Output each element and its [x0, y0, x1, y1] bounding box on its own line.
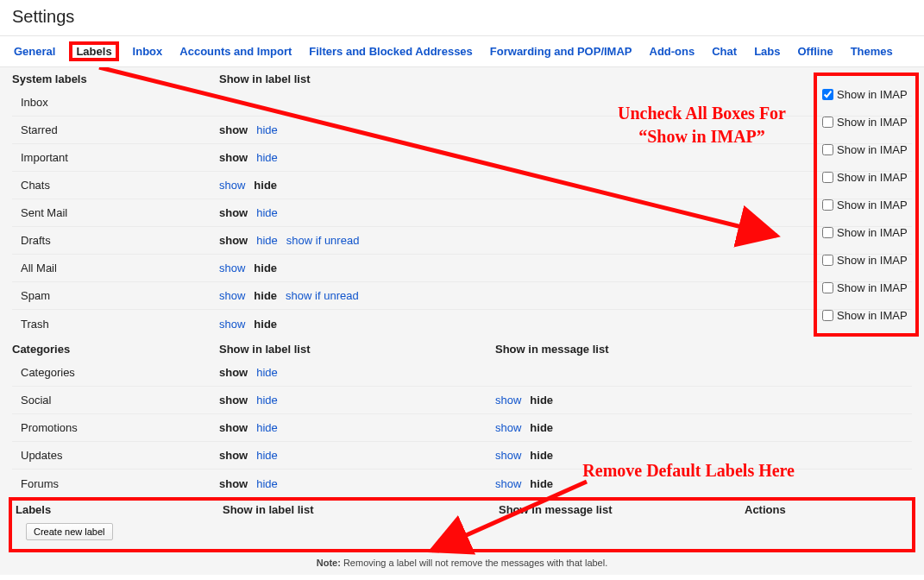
hide-link: hide [254, 179, 277, 192]
system-row: Spamshowhideshow if unread [12, 282, 912, 310]
system-row: Sent Mailshowhide [12, 199, 912, 227]
show-link: show [219, 206, 248, 219]
section-header-labels: Labels Show in label list Show in messag… [16, 501, 908, 520]
show-in-imap-row[interactable]: Show in IMAP [822, 108, 910, 136]
show-in-imap-row[interactable]: Show in IMAP [822, 246, 910, 274]
tab-accounts-and-import[interactable]: Accounts and Import [178, 41, 293, 61]
create-new-label-button[interactable]: Create new label [26, 523, 113, 540]
show-link: show [219, 449, 248, 462]
tab-labs[interactable]: Labs [752, 41, 782, 61]
category-row: Updatesshowhideshowhide [12, 442, 912, 470]
show-in-imap-row[interactable]: Show in IMAP [822, 218, 910, 246]
tab-themes[interactable]: Themes [849, 41, 895, 61]
show-in-imap-label: Show in IMAP [837, 88, 908, 101]
show-in-imap-row[interactable]: Show in IMAP [822, 191, 910, 218]
show-if-unread-link[interactable]: show if unread [286, 234, 360, 247]
show-in-imap-label: Show in IMAP [837, 254, 908, 267]
hide-link[interactable]: hide [256, 421, 278, 434]
note-bold: Note: [317, 558, 341, 568]
header-labels: Labels [16, 503, 223, 516]
hide-link[interactable]: hide [256, 206, 278, 219]
header-labels-show-list: Show in label list [223, 503, 499, 516]
note-text: Removing a label will not remove the mes… [341, 558, 607, 568]
show-link[interactable]: show [219, 289, 245, 302]
show-in-imap-checkbox[interactable] [822, 255, 833, 266]
tab-general[interactable]: General [12, 41, 57, 61]
label-name: All Mail [12, 262, 219, 274]
show-in-imap-row[interactable]: Show in IMAP [822, 80, 910, 108]
hide-link[interactable]: hide [256, 477, 278, 490]
msg-show-link[interactable]: show [495, 421, 521, 434]
labels-section-highlight: Labels Show in label list Show in messag… [9, 497, 915, 552]
system-row: Inbox [12, 89, 912, 117]
msg-show-link[interactable]: show [495, 449, 521, 462]
system-row: Chatsshowhide [12, 172, 912, 199]
tab-inbox[interactable]: Inbox [131, 41, 165, 61]
show-in-imap-checkbox[interactable] [822, 172, 833, 183]
show-in-imap-column: Show in IMAPShow in IMAPShow in IMAPShow… [814, 72, 919, 337]
show-in-imap-checkbox[interactable] [822, 144, 833, 155]
show-in-imap-row[interactable]: Show in IMAP [822, 163, 910, 191]
show-in-imap-checkbox[interactable] [822, 199, 833, 211]
msg-hide-link: hide [530, 421, 553, 434]
show-in-imap-checkbox[interactable] [822, 227, 833, 238]
header-system-labels: System labels [12, 72, 219, 85]
show-link[interactable]: show [219, 318, 245, 331]
show-in-imap-row[interactable]: Show in IMAP [822, 274, 910, 301]
tab-labels[interactable]: Labels [71, 41, 116, 61]
show-link[interactable]: show [219, 262, 245, 274]
tab-forwarding-and-pop-imap[interactable]: Forwarding and POP/IMAP [488, 41, 634, 61]
show-link: show [219, 394, 248, 407]
msg-show-link[interactable]: show [495, 394, 521, 407]
show-in-imap-checkbox[interactable] [822, 310, 833, 321]
tabs-bar: GeneralLabelsInboxAccounts and ImportFil… [0, 35, 924, 67]
tab-filters-and-blocked-addresses[interactable]: Filters and Blocked Addresses [307, 41, 475, 61]
hide-link[interactable]: hide [256, 366, 278, 379]
label-name: Important [12, 151, 219, 164]
hide-link: hide [254, 262, 277, 274]
section-header-categories: Categories Show in label list Show in me… [12, 337, 912, 359]
show-in-imap-label: Show in IMAP [837, 309, 908, 322]
show-link: show [219, 123, 248, 136]
label-name: Trash [12, 318, 219, 331]
hide-link[interactable]: hide [256, 123, 278, 136]
label-name: Promotions [12, 421, 219, 434]
label-name: Categories [12, 366, 219, 379]
header-show-in-label-list-cat: Show in label list [219, 343, 495, 356]
label-name: Drafts [12, 234, 219, 247]
section-header-system: System labels Show in label list [12, 67, 912, 89]
tab-offline[interactable]: Offline [795, 41, 834, 61]
show-in-imap-label: Show in IMAP [837, 143, 908, 156]
label-name: Social [12, 394, 219, 407]
label-name: Spam [12, 289, 219, 302]
tab-chat[interactable]: Chat [710, 41, 739, 61]
label-name: Forums [12, 477, 219, 490]
hide-link[interactable]: hide [256, 394, 278, 407]
category-row: Forumsshowhideshowhide [12, 470, 912, 497]
show-in-imap-checkbox[interactable] [822, 89, 833, 100]
show-link[interactable]: show [219, 179, 245, 192]
show-in-imap-checkbox[interactable] [822, 117, 833, 128]
show-in-imap-label: Show in IMAP [837, 226, 908, 239]
show-if-unread-link[interactable]: show if unread [286, 289, 359, 302]
hide-link[interactable]: hide [256, 234, 278, 247]
system-row: Importantshowhide [12, 144, 912, 172]
msg-hide-link: hide [530, 449, 553, 462]
header-labels-actions: Actions [745, 503, 908, 516]
system-row: Trashshowhide [12, 310, 912, 337]
show-in-imap-row[interactable]: Show in IMAP [822, 136, 910, 163]
header-categories: Categories [12, 343, 219, 356]
hide-link[interactable]: hide [256, 449, 278, 462]
show-in-imap-row[interactable]: Show in IMAP [822, 301, 910, 329]
show-in-imap-label: Show in IMAP [837, 171, 908, 184]
category-row: Promotionsshowhideshowhide [12, 414, 912, 442]
hide-link[interactable]: hide [256, 151, 278, 164]
tab-add-ons[interactable]: Add-ons [648, 41, 697, 61]
label-name: Chats [12, 179, 219, 192]
show-link: show [219, 151, 248, 164]
category-row: Categoriesshowhide [12, 359, 912, 387]
show-in-imap-checkbox[interactable] [822, 282, 833, 293]
system-row: Starredshowhide [12, 117, 912, 144]
msg-hide-link: hide [530, 477, 553, 490]
msg-show-link[interactable]: show [495, 477, 521, 490]
